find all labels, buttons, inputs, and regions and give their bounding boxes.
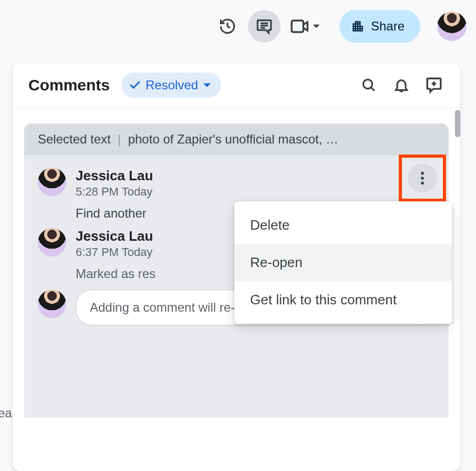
comment-more-button[interactable]	[408, 163, 437, 193]
bell-icon	[393, 77, 410, 94]
comment-actions-menu: Delete Re-open Get link to this comment	[234, 201, 452, 324]
caret-down-icon	[312, 22, 320, 30]
comments-title: Comments	[28, 76, 110, 94]
share-label: Share	[371, 19, 405, 34]
top-toolbar: Share	[0, 0, 476, 53]
video-icon	[290, 18, 310, 34]
search-icon	[360, 77, 377, 94]
notifications-button[interactable]	[389, 73, 414, 98]
share-button[interactable]: Share	[339, 10, 420, 43]
meet-dropdown[interactable]	[290, 18, 320, 34]
commenter-avatar[interactable]	[38, 228, 66, 257]
version-history-button[interactable]	[211, 10, 244, 43]
more-vert-icon	[420, 171, 425, 186]
add-comment-icon	[425, 76, 443, 94]
comments-panel: Comments Resolved Selected text | photo …	[13, 63, 460, 471]
background-text-fragment: ea	[0, 406, 12, 421]
open-comments-button[interactable]	[248, 10, 281, 43]
history-icon	[219, 17, 236, 35]
comments-panel-header: Comments Resolved	[13, 63, 460, 108]
svg-point-4	[363, 79, 372, 88]
current-user-avatar[interactable]	[38, 290, 66, 318]
svg-point-9	[421, 177, 424, 180]
menu-item-get-link[interactable]: Get link to this comment	[234, 281, 452, 319]
commenter-avatar[interactable]	[38, 168, 66, 196]
menu-item-delete[interactable]: Delete	[234, 207, 452, 244]
comments-filter-dropdown[interactable]: Resolved	[121, 73, 221, 98]
svg-point-8	[421, 172, 424, 175]
scrollbar-thumb[interactable]	[455, 110, 460, 137]
svg-point-10	[421, 182, 424, 185]
selected-text-context: Selected text | photo of Zapier's unoffi…	[24, 124, 449, 155]
comment-thread-card: Selected text | photo of Zapier's unoffi…	[24, 124, 449, 418]
comment-author: Jessica Lau	[76, 168, 435, 184]
add-comment-button[interactable]	[421, 73, 447, 98]
comment-icon	[255, 17, 273, 35]
comments-panel-body: Selected text | photo of Zapier's unoffi…	[13, 108, 460, 471]
filter-label: Resolved	[146, 78, 198, 93]
comment-timestamp: 5:28 PM Today	[76, 185, 435, 199]
svg-rect-3	[292, 21, 303, 32]
comment-item: Jessica Lau 5:28 PM Today Find another D…	[24, 155, 449, 226]
domain-icon	[351, 19, 365, 33]
account-avatar[interactable]	[437, 12, 467, 41]
search-comments-button[interactable]	[356, 73, 381, 98]
check-icon	[129, 79, 141, 91]
svg-line-5	[371, 87, 374, 90]
caret-down-icon	[202, 80, 212, 90]
menu-item-reopen[interactable]: Re-open	[234, 244, 452, 281]
